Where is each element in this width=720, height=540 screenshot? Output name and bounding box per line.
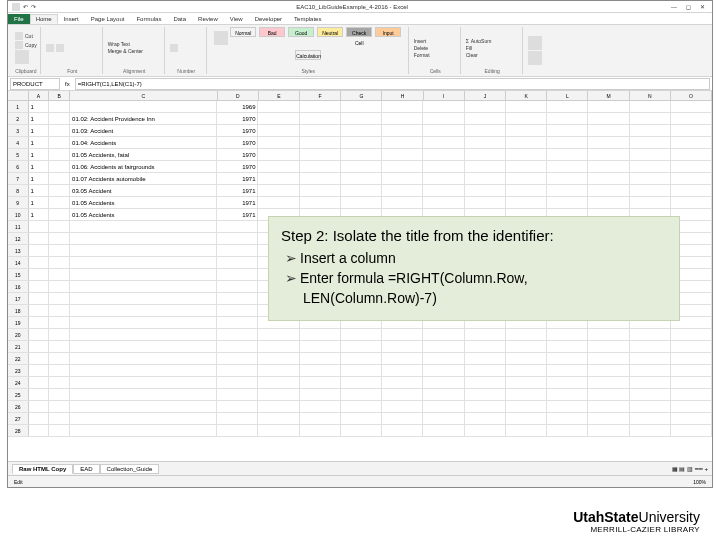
cell[interactable] [300, 197, 341, 208]
cell[interactable] [506, 413, 547, 424]
cell[interactable]: 1970 [217, 113, 258, 124]
cell[interactable] [49, 401, 70, 412]
cell[interactable] [49, 197, 70, 208]
cell[interactable] [506, 353, 547, 364]
cell[interactable] [671, 353, 712, 364]
cell[interactable] [341, 365, 382, 376]
cell[interactable] [547, 101, 588, 112]
format-cells-button[interactable]: Format [414, 52, 457, 58]
row-header[interactable]: 4 [8, 137, 29, 148]
row-header[interactable]: 3 [8, 125, 29, 136]
row-header[interactable]: 22 [8, 353, 29, 364]
cell[interactable] [300, 341, 341, 352]
cell[interactable] [49, 317, 70, 328]
cell[interactable] [671, 113, 712, 124]
cell[interactable] [465, 149, 506, 160]
col-c[interactable]: C [70, 91, 218, 100]
cell[interactable] [70, 401, 217, 412]
cell[interactable] [671, 137, 712, 148]
cell[interactable] [465, 173, 506, 184]
cell[interactable] [29, 389, 50, 400]
cell[interactable] [49, 341, 70, 352]
cell[interactable] [423, 149, 464, 160]
cell[interactable] [671, 173, 712, 184]
cell[interactable] [341, 173, 382, 184]
cell[interactable] [70, 221, 217, 232]
sort-icon[interactable] [528, 36, 542, 50]
cell[interactable] [588, 185, 629, 196]
cell[interactable] [506, 377, 547, 388]
cell[interactable] [258, 125, 299, 136]
cell[interactable] [506, 365, 547, 376]
cell[interactable] [300, 389, 341, 400]
cell[interactable] [671, 161, 712, 172]
style-normal[interactable]: Normal [230, 27, 256, 37]
cell[interactable] [547, 197, 588, 208]
cell[interactable] [49, 101, 70, 112]
paste-button[interactable] [15, 50, 37, 64]
cell[interactable] [588, 161, 629, 172]
cell[interactable] [300, 329, 341, 340]
cell[interactable] [465, 185, 506, 196]
cell[interactable] [341, 161, 382, 172]
cell[interactable]: 01.04: Accidents [70, 137, 217, 148]
col-b[interactable]: B [49, 91, 70, 100]
cell[interactable] [506, 341, 547, 352]
cell[interactable] [217, 401, 258, 412]
cell[interactable] [630, 101, 671, 112]
cell[interactable] [217, 425, 258, 436]
cell[interactable] [29, 269, 50, 280]
cell[interactable] [671, 341, 712, 352]
cell[interactable] [423, 365, 464, 376]
cell[interactable] [70, 341, 217, 352]
cell[interactable] [588, 425, 629, 436]
cell[interactable]: 03.05 Accident [70, 185, 217, 196]
cell[interactable] [49, 425, 70, 436]
cell[interactable] [630, 329, 671, 340]
cell[interactable] [300, 413, 341, 424]
row-header[interactable]: 21 [8, 341, 29, 352]
cell[interactable] [217, 305, 258, 316]
cell[interactable] [49, 365, 70, 376]
cell[interactable] [506, 401, 547, 412]
cell[interactable]: 1 [29, 113, 50, 124]
cell[interactable]: 1 [29, 137, 50, 148]
cell[interactable]: 01.05 Accidents, fatal [70, 149, 217, 160]
save-icon[interactable] [12, 3, 20, 11]
cell[interactable] [588, 137, 629, 148]
cell[interactable]: 1 [29, 161, 50, 172]
cell[interactable] [465, 101, 506, 112]
row-header[interactable]: 1 [8, 101, 29, 112]
cell[interactable] [588, 149, 629, 160]
row-header[interactable]: 15 [8, 269, 29, 280]
cell[interactable] [547, 365, 588, 376]
cell[interactable] [49, 161, 70, 172]
cell[interactable]: 1 [29, 173, 50, 184]
tab-review[interactable]: Review [192, 14, 224, 24]
cell[interactable] [70, 281, 217, 292]
cell[interactable] [29, 281, 50, 292]
cell[interactable] [465, 401, 506, 412]
cell[interactable]: 1 [29, 125, 50, 136]
cell[interactable] [49, 257, 70, 268]
cell[interactable] [671, 389, 712, 400]
view-icons[interactable]: ▦ ▤ ▥ ━━ + [672, 465, 708, 472]
cell[interactable] [465, 161, 506, 172]
cell[interactable] [506, 425, 547, 436]
cell[interactable] [465, 197, 506, 208]
cell[interactable] [217, 257, 258, 268]
cell[interactable] [70, 245, 217, 256]
tab-file[interactable]: File [8, 14, 30, 24]
cell[interactable] [382, 425, 423, 436]
tab-home[interactable]: Home [30, 14, 58, 24]
cell[interactable] [506, 389, 547, 400]
cell[interactable] [423, 137, 464, 148]
cell[interactable] [217, 281, 258, 292]
cell[interactable] [70, 233, 217, 244]
row-header[interactable]: 13 [8, 245, 29, 256]
insert-cells-button[interactable]: Insert [414, 38, 457, 44]
cell[interactable] [258, 413, 299, 424]
cell[interactable] [547, 401, 588, 412]
cell[interactable] [70, 317, 217, 328]
cell[interactable] [49, 113, 70, 124]
